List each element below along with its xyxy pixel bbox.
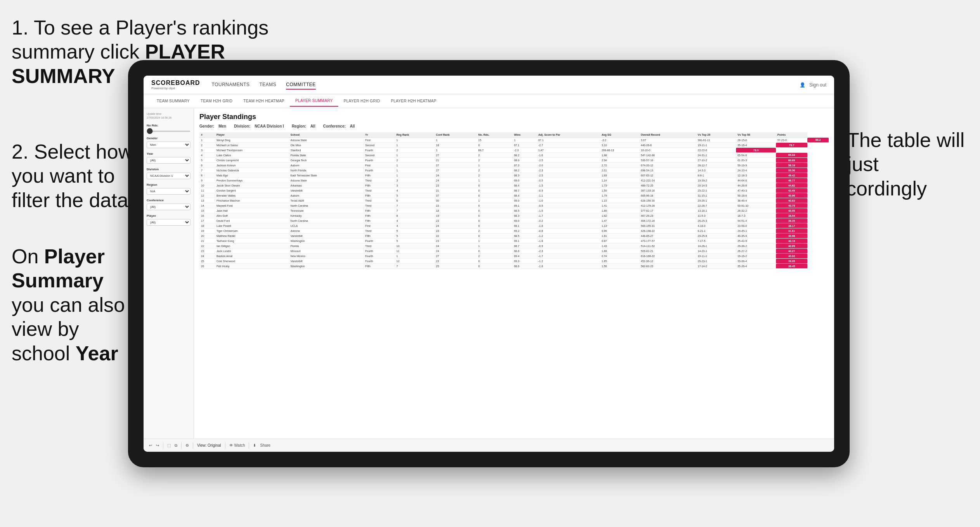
table-row[interactable]: 13Phichaksn MaichonTexas A&MThird630169.… — [199, 198, 829, 203]
cell-18-4: 5 — [395, 228, 435, 233]
cell-7-5: 24 — [435, 173, 477, 178]
table-row[interactable]: 6Jackson KoivunAuburnFirst127167.3-2.02.… — [199, 163, 829, 168]
cell-13-6: 0 — [477, 203, 513, 208]
table-row[interactable]: 14Maxwell FordNorth CarolinaThird723069.… — [199, 203, 829, 208]
player-select[interactable]: (All) — [147, 219, 190, 226]
table-row[interactable]: 22Ian GilliganFloridaThird1024168.7-0.91… — [199, 244, 829, 249]
cell-14-13: 40.55 — [776, 208, 807, 213]
table-row[interactable]: 3Michael ThorbjornsenStanfordFourth2188.… — [199, 148, 829, 153]
table-row[interactable]: 11Gordon SargentVanderbiltThird421068.7-… — [199, 188, 829, 193]
table-row[interactable]: 9Preston SummerhaysArizona StateThird324… — [199, 178, 829, 183]
view-original-button[interactable]: View: Original — [197, 443, 221, 448]
table-row[interactable]: 24Bastien AmatNew MexicoFourth127269.4-1… — [199, 254, 829, 259]
watch-button[interactable]: 👁 Watch — [229, 443, 245, 448]
table-row[interactable]: 8Mats EgeEast Tennessee StateFifth124268… — [199, 173, 829, 178]
cell-6-10: 698-54-13 — [639, 168, 696, 173]
table-row[interactable]: 26Petr HrubyWashingtonFifth725068.6-1.81… — [199, 264, 829, 269]
table-row[interactable]: 25Cole SherwoodVanderbiltFourth1223069.3… — [199, 259, 829, 264]
sub-nav-player-h2h-grid[interactable]: PLAYER H2H GRID — [338, 96, 386, 106]
cell-6-8: -2.3 — [537, 168, 600, 173]
undo-button[interactable]: ↩ — [149, 443, 152, 448]
cell-16-3: Fifth — [364, 218, 395, 223]
cell-4-11: 27-10-2 — [696, 158, 736, 163]
cell-22-6: 0 — [477, 249, 513, 254]
cell-9-10: 489-72-25 — [639, 183, 696, 188]
cell-14-8: -1.5 — [537, 208, 600, 213]
table-row[interactable]: 12Brendan ValdesAuburnFifth537068.4-1.11… — [199, 193, 829, 198]
cell-17-2: UCLA — [289, 223, 364, 228]
region-select[interactable]: N/A — [147, 188, 190, 195]
conference-select[interactable]: (All) — [147, 204, 190, 210]
cell-7-4: 1 — [395, 173, 435, 178]
nav-teams[interactable]: TEAMS — [260, 80, 277, 90]
cell-18-8: -0.8 — [537, 228, 600, 233]
no-rds-slider[interactable] — [147, 131, 190, 132]
cell-10-2: Vanderbilt — [289, 188, 364, 193]
sub-nav-player-summary[interactable]: PLAYER SUMMARY — [290, 95, 338, 107]
year-select[interactable]: (All) — [147, 157, 190, 164]
table-row[interactable]: 17David FordNorth CarolinaFifth423069.0-… — [199, 218, 829, 223]
cell-14-9: 1.66 — [600, 208, 639, 213]
cell-15-0: 16 — [199, 213, 215, 218]
cell-8-9: 1.14 — [600, 178, 639, 183]
share-button[interactable]: Share — [260, 443, 270, 448]
cell-11-13: 40.96 — [776, 193, 807, 198]
table-row[interactable]: 20Matthew RiedelVanderbiltFifth522068.5-… — [199, 233, 829, 238]
table-row[interactable]: 4Luke ClatonFlorida StateSecond127268.2-… — [199, 153, 829, 158]
cell-8-5: 24 — [435, 178, 477, 183]
table-row[interactable]: 21Taehoon SongWashingtonFourth523169.1-1… — [199, 238, 829, 244]
cell-5-3: First — [364, 163, 395, 168]
toolbar-divider-4 — [225, 442, 225, 449]
cell-16-4: 4 — [395, 218, 435, 223]
sign-out-link[interactable]: Sign out — [809, 82, 826, 88]
cell-23-5: 27 — [435, 254, 477, 259]
sub-nav-team-h2h-heatmap[interactable]: TEAM H2H HEATMAP — [238, 96, 290, 106]
cell-15-9: 1.92 — [600, 213, 639, 218]
table-row[interactable]: 15Jake HallTennesseeFifth718068.5-1.51.6… — [199, 208, 829, 213]
cell-5-0: 6 — [199, 163, 215, 168]
cell-1-13: 79.7 — [776, 143, 807, 148]
cell-7-7: 68.3 — [513, 173, 537, 178]
cell-8-0: 9 — [199, 178, 215, 183]
instruction-1-prefix: 1. To see a Player's rankings summary cl… — [12, 16, 268, 63]
cell-0-9: -3.2 — [600, 138, 639, 143]
cell-23-6: 2 — [477, 254, 513, 259]
table-row[interactable]: 10Jacob Skov OlesenArkansasFifth323068.4… — [199, 183, 829, 188]
table-row[interactable]: 7Nicholas GabrelcikNorth FloridaFourth12… — [199, 168, 829, 173]
gender-summary: Gender: Men — [199, 124, 226, 128]
table-row[interactable]: 18Luke PowellUCLAFirst424069.1-1.81.1350… — [199, 223, 829, 228]
table-row[interactable]: 2Michael Le SassoOle MissSecond118067.1-… — [199, 143, 829, 148]
table-row[interactable]: 1Wenyi DingArizona StateFirst1115167.1-3… — [199, 138, 829, 143]
table-row[interactable]: 23Jack LundinMissouriFourth1124068.6-2.3… — [199, 249, 829, 254]
division-select[interactable]: NCAA Division 1 — [147, 173, 190, 179]
settings-button[interactable]: ⚙ — [185, 443, 189, 448]
copy-button[interactable]: ⬚ — [167, 443, 171, 448]
cell-8-6: 1 — [477, 178, 513, 183]
division-summary: Division: NCAA Division I — [234, 124, 284, 128]
cell-16-2: North Carolina — [289, 218, 364, 223]
redo-button[interactable]: ↪ — [156, 443, 159, 448]
cell-9-4: 3 — [395, 183, 435, 188]
table-row[interactable]: 19Tiger ChristensenArizonaThird523269.2-… — [199, 228, 829, 233]
cell-16-9: 1.47 — [600, 218, 639, 223]
gender-select[interactable]: Men Women — [147, 142, 190, 148]
cell-11-6: 0 — [477, 193, 513, 198]
cell-8-2: Arizona State — [289, 178, 364, 183]
cell-4-2: Georgia Tech — [289, 158, 364, 163]
nav-committee[interactable]: COMMITTEE — [286, 80, 316, 90]
table-row[interactable]: 5Christo LamprechtGeorgia TechFourth2212… — [199, 158, 829, 163]
col-wins: Wins — [513, 132, 537, 138]
paste-button[interactable]: ⧉ — [175, 443, 177, 448]
cell-10-4: 4 — [395, 188, 435, 193]
sub-nav-player-h2h-heatmap[interactable]: PLAYER H2H HEATMAP — [386, 96, 442, 106]
cell-0-2: Arizona State — [289, 138, 364, 143]
cell-21-1: Ian Gilligan — [215, 244, 289, 249]
cell-25-10: 562-82-23 — [639, 264, 696, 269]
sub-nav-team-summary[interactable]: TEAM SUMMARY — [151, 96, 195, 106]
sub-nav-team-h2h-grid[interactable]: TEAM H2H GRID — [195, 96, 238, 106]
table-row[interactable]: 16Alex GoffKentuckyFifth819068.3-1.71.92… — [199, 213, 829, 218]
nav-tournaments[interactable]: TOURNAMENTS — [212, 80, 250, 90]
download-button[interactable]: ⬇ — [253, 443, 256, 448]
cell-5-4: 1 — [395, 163, 435, 168]
cell-6-1: Nicholas Gabrelcik — [215, 168, 289, 173]
